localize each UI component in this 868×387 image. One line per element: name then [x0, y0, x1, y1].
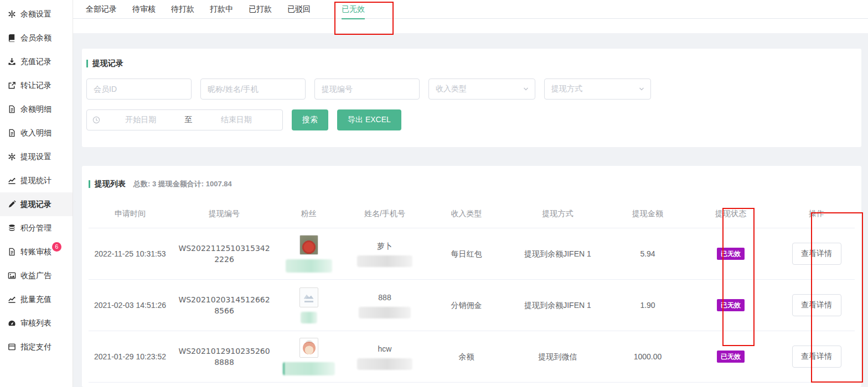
- clock-icon: [92, 116, 100, 124]
- section-title-text: 提现列表: [95, 179, 126, 189]
- sidebar-item[interactable]: 充值记录: [0, 50, 73, 74]
- status-tab[interactable]: 打款中: [210, 0, 233, 19]
- sidebar-item-label: 转让记录: [20, 81, 51, 91]
- status-badge: 已无效: [717, 299, 745, 311]
- status-tab[interactable]: 待审核: [132, 0, 156, 19]
- chevron-down-icon: [638, 86, 645, 92]
- income-type-cell: 分销佣金: [429, 280, 504, 331]
- sidebar-item[interactable]: 收益广告: [0, 264, 73, 287]
- fan-name: 888: [378, 292, 391, 303]
- sidebar-item[interactable]: 审核列表: [0, 311, 73, 335]
- sidebar-item-icon: [8, 224, 16, 232]
- income-type-select-placeholder: 收入类型: [436, 84, 523, 94]
- status-tabs: 全部记录 待审核 待打款 打款中 已打款 已驳回 已无效: [73, 0, 868, 19]
- view-detail-button[interactable]: 查看详情: [792, 243, 841, 265]
- withdraw-method-cell: 提现到余额JIFEN 1: [504, 280, 612, 331]
- status-cell: 已无效: [684, 280, 778, 331]
- sidebar-item-label: 提现设置: [20, 152, 51, 162]
- sidebar-item-label: 会员余额: [20, 33, 51, 43]
- column-header: 申请时间: [89, 201, 172, 228]
- nickname-input[interactable]: [200, 79, 306, 100]
- sidebar-item[interactable]: 会员余额: [0, 26, 73, 50]
- fan-avatar: [299, 235, 318, 255]
- member-id-input[interactable]: [86, 79, 192, 100]
- income-type-select[interactable]: 收入类型: [428, 79, 535, 100]
- withdraw-method-cell: 提现到余额JIFEN 1: [504, 228, 612, 279]
- fan-cell: [277, 331, 340, 382]
- apply-time-cell: 2021-02-03 14:51:26: [89, 280, 172, 331]
- sidebar-item-icon: [8, 129, 16, 137]
- date-range-picker[interactable]: 开始日期 至 结束日期: [86, 109, 283, 130]
- sidebar-item[interactable]: 余额设置: [0, 2, 73, 26]
- column-header: 提现编号: [172, 201, 277, 228]
- export-excel-button[interactable]: 导出 EXCEL: [337, 109, 401, 130]
- status-tab[interactable]: 已打款: [249, 0, 272, 19]
- name-phone-cell: 萝卜: [340, 228, 429, 279]
- sidebar-item[interactable]: 提现统计: [0, 169, 73, 192]
- name-phone-cell: hcw: [340, 331, 429, 382]
- search-button[interactable]: 搜索: [292, 109, 328, 130]
- notification-badge: 6: [52, 242, 61, 252]
- sidebar-item[interactable]: 提现设置: [0, 145, 73, 169]
- sidebar-item-label: 批量充值: [20, 295, 51, 305]
- status-cell: 已无效: [684, 331, 778, 382]
- sidebar-item[interactable]: 积分管理: [0, 216, 73, 240]
- withdraw-amount-cell: 1.90: [612, 280, 684, 331]
- apply-time-cell: 2021-01-29 10:23:52: [89, 331, 172, 382]
- start-date-placeholder: 开始日期: [100, 115, 182, 125]
- section-accent-bar: [89, 180, 90, 188]
- status-tab[interactable]: 已无效: [342, 0, 365, 19]
- withdraw-method-select[interactable]: 提现方式: [544, 79, 651, 100]
- table-row: 2021-02-03 14:51:26 WS202102031451266285…: [89, 280, 855, 331]
- table-row: 2022-11-25 10:31:53 WS202211251031534222…: [89, 228, 855, 280]
- sidebar-item-label: 提现统计: [20, 176, 51, 186]
- sidebar-item-icon: [8, 153, 16, 161]
- view-detail-button[interactable]: 查看详情: [792, 294, 841, 316]
- sidebar-item-icon: [8, 248, 16, 256]
- column-header: 操作: [778, 201, 855, 228]
- list-panel-title: 提现列表 总数: 3 提现金额合计: 1007.84: [89, 179, 855, 189]
- status-badge: 已无效: [717, 351, 745, 363]
- sidebar-item-label: 余额明细: [20, 104, 51, 114]
- income-type-cell: 余额: [429, 331, 504, 382]
- sidebar-item[interactable]: 指定支付: [0, 335, 73, 359]
- sidebar-item[interactable]: 余额明细: [0, 97, 73, 121]
- sidebar-item-label: 充值记录: [20, 57, 51, 67]
- status-tab[interactable]: 已驳回: [287, 0, 311, 19]
- column-header: 姓名/手机号: [340, 201, 429, 228]
- withdraw-no-cell: WS20210129102352608888: [172, 331, 277, 382]
- status-tab[interactable]: 全部记录: [86, 0, 117, 19]
- sidebar-item[interactable]: 转让记录: [0, 74, 73, 97]
- section-accent-bar: [86, 60, 88, 67]
- blurred-fan-name: [286, 259, 332, 273]
- status-cell: 已无效: [684, 228, 778, 279]
- sidebar-item-icon: [8, 81, 16, 90]
- column-header: 提现状态: [684, 201, 778, 228]
- sidebar: 余额设置 会员余额 充值记录 转让记录 余额明细 收入明细: [0, 0, 73, 387]
- sidebar-item[interactable]: 转账审核 6: [0, 240, 73, 264]
- sidebar-item-label: 审核列表: [20, 318, 51, 328]
- sidebar-item[interactable]: 提现记录: [0, 192, 73, 216]
- column-header: 粉丝: [277, 201, 340, 228]
- withdraw-amount-cell: 5.94: [612, 228, 684, 279]
- apply-time-cell: 2022-11-25 10:31:53: [89, 228, 172, 279]
- sidebar-item-label: 收益广告: [20, 271, 51, 281]
- sidebar-item-label: 提现记录: [20, 200, 51, 210]
- search-filters-row: 收入类型 提现方式: [86, 79, 856, 100]
- blurred-phone-number: [357, 358, 412, 370]
- sidebar-item[interactable]: 批量充值: [0, 287, 73, 311]
- income-type-cell: 每日红包: [429, 228, 504, 279]
- withdraw-method-select-placeholder: 提现方式: [551, 84, 638, 94]
- status-tab[interactable]: 待打款: [171, 0, 194, 19]
- sidebar-item-label: 收入明细: [20, 128, 51, 138]
- withdraw-no-input[interactable]: [314, 79, 420, 100]
- chevron-down-icon: [523, 86, 529, 92]
- blurred-phone-number: [359, 307, 411, 318]
- sidebar-item-label: 积分管理: [20, 223, 51, 233]
- search-panel: 提现记录 收入类型 提现方式 开始日期 至 结束日期 搜索 导出 EXCEL: [82, 49, 861, 147]
- sidebar-item-icon: [8, 343, 16, 351]
- action-cell: 查看详情: [778, 280, 855, 331]
- sidebar-item[interactable]: 收入明细: [0, 121, 73, 145]
- view-detail-button[interactable]: 查看详情: [792, 346, 841, 368]
- fan-cell: [277, 228, 340, 279]
